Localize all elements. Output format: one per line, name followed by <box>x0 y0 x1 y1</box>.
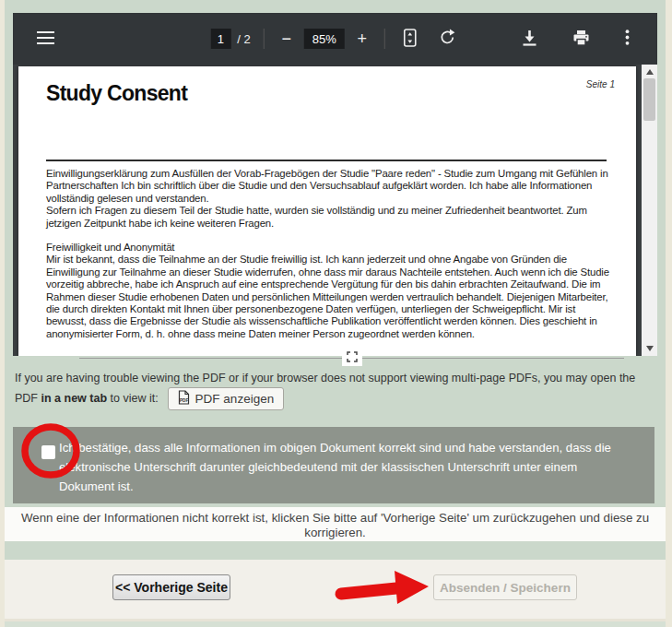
pdf-divider-rule <box>46 160 607 161</box>
fit-to-page-icon <box>402 29 419 50</box>
scrollbar-down-arrow[interactable] <box>642 341 657 356</box>
pdf-fallback-text: If you are having trouble viewing the PD… <box>15 369 658 410</box>
fit-to-page-button[interactable] <box>398 25 422 53</box>
rotate-icon <box>439 29 456 49</box>
consent-label: Ich bestätige, dass alle Informationen i… <box>59 438 632 496</box>
pdf-file-icon: PDF <box>178 390 190 408</box>
toolbar-separator <box>384 29 385 49</box>
pdf-document-area: Seite 1 Study Consent Einwilligungserklä… <box>13 65 657 356</box>
open-pdf-button[interactable]: PDFPDF anzeigen <box>168 387 285 410</box>
previous-page-button[interactable]: << Vorherige Seite <box>112 574 230 600</box>
bottom-strip <box>5 621 666 627</box>
correction-note-strip: Wenn eine der Informationen nicht korrek… <box>5 507 666 541</box>
open-pdf-button-label: PDF anzeigen <box>195 392 275 406</box>
pdf-paragraph: Mir ist bekannt, dass die Teilnahme an d… <box>46 254 610 340</box>
triangle-up-icon <box>646 69 654 75</box>
submit-button[interactable]: Absenden / Speichern <box>433 574 577 600</box>
navigation-panel: << Vorherige Seite Absenden / Speichern <box>5 560 666 619</box>
consent-section: Ich bestätige, dass alle Informationen i… <box>13 427 654 503</box>
scrollbar-up-arrow[interactable] <box>642 65 657 79</box>
toolbar-separator <box>264 29 265 49</box>
pdf-scrollbar[interactable] <box>642 65 657 356</box>
more-options-icon <box>625 30 630 48</box>
fallback-text-bold: in a new tab <box>41 392 107 405</box>
correction-note-text: Wenn eine der Informationen nicht korrek… <box>13 511 658 539</box>
zoom-level-value: 85% <box>304 29 345 49</box>
pdf-section-heading: Freiwilligkeit und Anonymität <box>46 242 610 254</box>
download-button[interactable] <box>518 26 541 53</box>
pdf-menu-button[interactable] <box>33 28 58 51</box>
pdf-body-text: Einwilligungserklärung zum Ausfüllen der… <box>46 168 610 340</box>
pdf-toolbar-right <box>518 26 657 53</box>
pdf-paragraph: Einwilligungserklärung zum Ausfüllen der… <box>46 168 610 205</box>
triangle-down-icon <box>646 346 654 351</box>
svg-text:PDF: PDF <box>180 398 188 403</box>
zoom-out-button[interactable]: − <box>277 26 296 52</box>
rotate-button[interactable] <box>435 25 460 53</box>
pdf-paragraph: Sofern ich Fragen zu diesem Teil der Stu… <box>46 205 610 230</box>
more-options-button[interactable] <box>621 26 633 52</box>
consent-checkbox[interactable] <box>41 445 55 459</box>
download-icon <box>522 30 537 49</box>
pdf-resize-divider <box>79 358 624 359</box>
expand-icon <box>347 349 358 366</box>
resize-handle[interactable] <box>342 349 362 366</box>
fallback-text-after: to view it: <box>107 392 159 405</box>
pdf-viewer: 1 / 2 − 85% + <box>13 13 657 356</box>
page-count-label: / 2 <box>237 32 250 46</box>
scrollbar-thumb[interactable] <box>643 78 655 121</box>
print-icon <box>572 30 590 49</box>
pdf-toolbar: 1 / 2 − 85% + <box>13 13 657 65</box>
print-button[interactable] <box>569 26 594 53</box>
hamburger-icon <box>37 31 54 47</box>
zoom-in-button[interactable]: + <box>353 26 371 52</box>
pdf-toolbar-center: 1 / 2 − 85% + <box>210 13 459 65</box>
page-number-input[interactable]: 1 <box>210 29 230 49</box>
pdf-document-title: Study Consent <box>46 81 187 106</box>
pdf-page: Seite 1 Study Consent Einwilligungserklä… <box>18 66 636 356</box>
pdf-page-marker: Seite 1 <box>586 79 615 89</box>
